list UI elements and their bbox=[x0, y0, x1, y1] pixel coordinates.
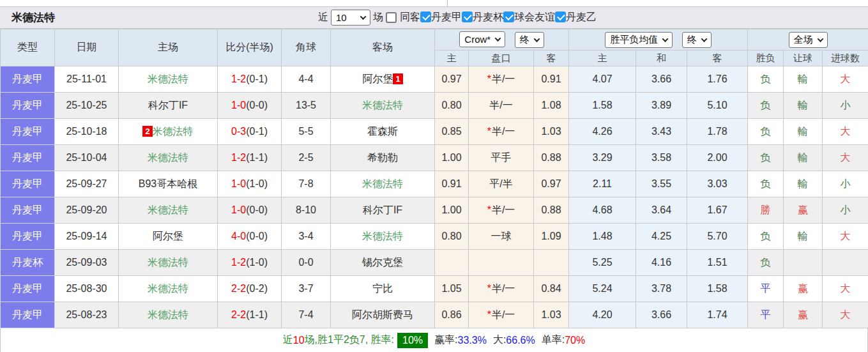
away-team-cell: 阿尔堡1 bbox=[331, 66, 435, 93]
result-cell: 负 bbox=[748, 224, 784, 250]
league-type-cell: 丹麦甲 bbox=[1, 119, 55, 145]
away-team-cell: 米德法特 bbox=[331, 93, 435, 119]
home-team-cell: 米德法特 bbox=[119, 145, 218, 171]
home-odds-cell: 0.91 bbox=[435, 171, 469, 197]
avg-draw-cell: 3.66 bbox=[636, 66, 687, 93]
league-label-0: 丹麦甲 bbox=[431, 11, 462, 22]
same-away-label: 同客 bbox=[400, 11, 420, 24]
corners-cell: 5-5 bbox=[282, 119, 331, 145]
result-cell: 勝 bbox=[748, 197, 784, 224]
home-odds-cell: 1.00 bbox=[435, 197, 469, 224]
average-stage-value: 终 bbox=[687, 34, 697, 46]
profit-label: 赢率: bbox=[434, 333, 457, 347]
rank-badge: 2 bbox=[142, 126, 152, 137]
league-checkbox-1[interactable] bbox=[462, 11, 473, 22]
away-odds-cell: 0.84 bbox=[534, 276, 569, 302]
chevron-down-icon bbox=[495, 35, 501, 42]
handicap-cell: 半/一 bbox=[469, 93, 534, 119]
home-odds-cell: 1.05 bbox=[435, 276, 469, 302]
team-name: 科尔丁IF bbox=[148, 100, 188, 111]
result-text: 大 bbox=[841, 73, 851, 84]
corners-cell: 13-5 bbox=[282, 93, 331, 119]
average-stage-select[interactable]: 终 bbox=[682, 32, 712, 48]
odds-stage-select[interactable]: 终 bbox=[515, 32, 544, 48]
avg-away-cell: 5.10 bbox=[687, 93, 748, 119]
date-cell: 25-09-14 bbox=[55, 224, 119, 250]
chevron-down-icon bbox=[533, 36, 540, 42]
team-name: 米德法特 bbox=[148, 204, 188, 215]
odds-stage-value: 终 bbox=[520, 34, 529, 46]
avg-away-cell: 1.78 bbox=[687, 119, 748, 145]
match-row: 丹麦甲25-08-23米德法特2-2(1-1)7-4阿尔胡斯费马0.86*半/一… bbox=[1, 302, 868, 328]
result-cell: 负 bbox=[748, 66, 784, 93]
col-header-corners: 角球 bbox=[282, 29, 331, 66]
subheader-result: 胜负 bbox=[748, 50, 784, 66]
home-team-cell: 科尔丁IF bbox=[119, 93, 218, 119]
fulltime-score: 1-2 bbox=[231, 73, 246, 84]
date-cell: 25-08-23 bbox=[55, 302, 119, 328]
average-type-select[interactable]: 胜平负均值 bbox=[605, 32, 673, 48]
result-text: 赢 bbox=[798, 283, 808, 294]
avg-away-cell: 1.67 bbox=[687, 197, 748, 224]
chevron-down-icon bbox=[817, 36, 823, 42]
result-cell: 平 bbox=[748, 276, 784, 302]
away-odds-cell: 0.97 bbox=[534, 171, 569, 197]
league-type-cell: 丹麦甲 bbox=[1, 276, 55, 302]
score-cell: 2-2(0-2) bbox=[218, 276, 282, 302]
corners-cell: 3-4 bbox=[282, 224, 331, 250]
fulltime-score: 1-0 bbox=[231, 178, 246, 189]
team-name: 米德法特 bbox=[148, 73, 188, 84]
home-odds-cell: 0.86 bbox=[435, 302, 469, 328]
match-row: 丹麦杯25-09-03米德法特1-2(1-0)0-0锡尔克堡5.254.161.… bbox=[1, 250, 868, 276]
league-checkbox-3[interactable] bbox=[555, 11, 566, 22]
result-text: 輸 bbox=[798, 126, 808, 137]
league-checkbox-0[interactable] bbox=[420, 11, 431, 22]
result-text: 赢 bbox=[798, 204, 808, 215]
away-team-cell: 米德法特 bbox=[331, 171, 435, 197]
goals-cell: 大 bbox=[823, 119, 868, 145]
match-rows: 丹麦甲25-11-01米德法特1-2(0-1)4-4阿尔堡10.97*半/一0.… bbox=[1, 66, 868, 328]
league-label-3: 丹麦乙 bbox=[566, 11, 597, 22]
same-away-checkbox[interactable] bbox=[386, 12, 397, 23]
match-row: 丹麦甲25-09-14阿尔堡4-0(0-0)3-4米德法特0.80一球1.091… bbox=[1, 224, 868, 250]
fulltime-score: 1-2 bbox=[231, 152, 246, 163]
league-checkbox-2[interactable] bbox=[503, 11, 514, 22]
date-cell: 25-11-01 bbox=[55, 66, 119, 93]
avg-home-cell: 1.48 bbox=[569, 224, 636, 250]
goals-cell: 大 bbox=[823, 302, 868, 328]
home-team-cell: 米德法特 bbox=[119, 276, 218, 302]
halftime-score: (0-0) bbox=[246, 204, 268, 215]
handicap-result-cell: 輸 bbox=[784, 224, 823, 250]
subheader-handicap: 盘口 bbox=[469, 50, 534, 66]
odds-company-group: Crow* 终 bbox=[435, 29, 569, 50]
match-count-select[interactable]: 10 bbox=[331, 10, 370, 26]
scope-select[interactable]: 全场 bbox=[789, 32, 828, 48]
result-text: 輸 bbox=[798, 73, 808, 84]
away-team-cell: 锡尔克堡 bbox=[331, 250, 435, 276]
result-text: 輸 bbox=[798, 152, 808, 163]
corners-cell: 3-7 bbox=[282, 276, 331, 302]
avg-away-cell: 3.03 bbox=[687, 171, 748, 197]
score-cell: 1-0(0-0) bbox=[218, 93, 282, 119]
away-team-cell: 科尔丁IF bbox=[331, 197, 435, 224]
result-text: 輸 bbox=[798, 231, 808, 241]
halftime-score: (1-0) bbox=[246, 257, 268, 268]
matches-label: 场 bbox=[373, 11, 383, 24]
home-team-cell: 2米德法特 bbox=[119, 119, 218, 145]
handicap-result-cell: 輸 bbox=[784, 119, 823, 145]
team-name: 米德法特 bbox=[148, 309, 188, 320]
team-name: 米德法特 bbox=[153, 126, 194, 137]
team-name: 锡尔克堡 bbox=[362, 257, 403, 268]
date-cell: 25-10-25 bbox=[55, 93, 119, 119]
average-type-value: 胜平负均值 bbox=[610, 34, 658, 46]
odds-company-select[interactable]: Crow* bbox=[459, 31, 505, 47]
fulltime-score: 0-3 bbox=[231, 126, 246, 137]
match-history-panel: 米德法特 近 10 场 同客 丹麦甲丹麦杯球会友谊丹麦乙 类型 日期 主场 比分… bbox=[0, 0, 868, 352]
subheader-handicap-result: 让球 bbox=[784, 50, 823, 66]
home-odds-cell: 0.85 bbox=[435, 119, 469, 145]
avg-home-cell: 4.20 bbox=[569, 302, 636, 328]
subheader-avg-home: 主 bbox=[569, 50, 636, 66]
scope-group: 全场 bbox=[748, 29, 868, 50]
home-team-cell: 阿尔堡 bbox=[119, 224, 218, 250]
profit-value: 33.3% bbox=[458, 335, 487, 346]
